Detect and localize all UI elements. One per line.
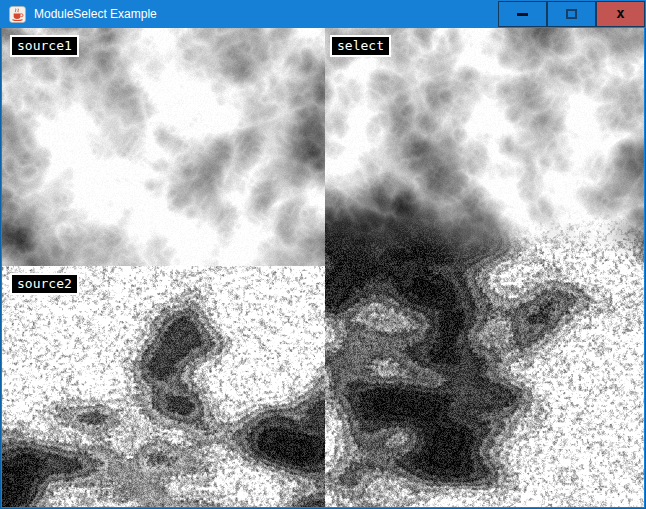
source1-image (2, 28, 325, 266)
source1-label: source1 (10, 35, 79, 57)
maximize-icon (566, 9, 577, 19)
select-label: select (330, 35, 391, 57)
render-area: source1 select source2 (2, 28, 644, 507)
window-controls: x (498, 0, 646, 28)
minimize-button[interactable] (498, 1, 547, 27)
close-icon: x (616, 6, 624, 20)
window-title: ModuleSelect Example (34, 0, 157, 28)
source2-image (2, 266, 325, 507)
app-window: ModuleSelect Example x source1 select so… (0, 0, 646, 509)
maximize-button[interactable] (547, 1, 596, 27)
source2-label: source2 (10, 273, 79, 295)
close-button[interactable]: x (596, 1, 645, 27)
titlebar[interactable]: ModuleSelect Example x (0, 0, 646, 28)
java-app-icon (9, 6, 26, 23)
minimize-icon (517, 13, 528, 16)
